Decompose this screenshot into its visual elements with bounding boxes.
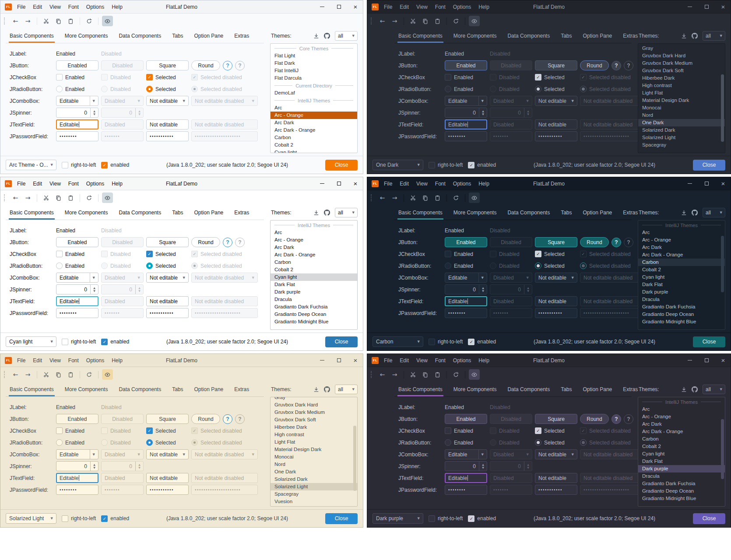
theme-item-carbon[interactable]: Carbon — [638, 435, 725, 443]
copy-icon[interactable] — [420, 369, 431, 380]
theme-item-arc-orange[interactable]: Arc - Orange — [271, 236, 357, 244]
scrollbar-thumb[interactable] — [721, 419, 724, 479]
theme-item-material-design-dark[interactable]: Material Design Dark — [271, 446, 357, 453]
download-icon[interactable] — [681, 387, 687, 392]
theme-item-hiberbee-dark[interactable]: Hiberbee Dark — [638, 74, 725, 82]
jbutton-round[interactable]: Round — [580, 237, 609, 247]
jcheckbox-selected[interactable]: ✓Selected — [535, 426, 577, 436]
close-window-button[interactable]: × — [720, 4, 726, 10]
theme-item-solarized-dark[interactable]: Solarized Dark — [638, 126, 725, 134]
theme-item-solarized-light[interactable]: Solarized Light — [271, 483, 357, 490]
jcheckbox-selected[interactable]: ✓Selected — [146, 426, 189, 436]
theme-filter-select[interactable]: all▼ — [703, 208, 725, 217]
back-icon[interactable]: ← — [377, 16, 388, 26]
tab-data-components[interactable]: Data Components — [507, 210, 550, 220]
jpasswordfield[interactable]: ••••••••••• — [146, 485, 189, 495]
jbutton-round[interactable]: Round — [191, 60, 220, 70]
jradiobutton-enabled[interactable]: Enabled — [445, 261, 487, 271]
help-button[interactable]: ? — [223, 61, 232, 70]
menu-file[interactable]: File — [17, 357, 25, 364]
theme-filter-select[interactable]: all▼ — [703, 385, 725, 394]
theme-item-light-flat[interactable]: Light Flat — [638, 89, 725, 97]
maximize-button[interactable] — [336, 181, 342, 187]
menu-view[interactable]: View — [416, 4, 428, 10]
jcombobox-not-editable[interactable]: Not editable▼ — [535, 273, 577, 283]
close-button[interactable]: Close — [693, 513, 725, 524]
theme-item-one-dark[interactable]: One Dark — [271, 468, 357, 476]
menu-font[interactable]: Font — [68, 4, 79, 10]
spinner-arrows-icon[interactable]: ▲▼ — [479, 462, 487, 471]
show-icon[interactable] — [102, 369, 113, 380]
menu-options[interactable]: Options — [453, 181, 471, 187]
theme-item-gruvbox-dark-soft[interactable]: Gruvbox Dark Soft — [271, 416, 357, 424]
tab-tabs[interactable]: Tabs — [561, 33, 572, 43]
back-icon[interactable]: ← — [377, 369, 388, 380]
theme-item-spacegray[interactable]: Spacegray — [638, 141, 725, 149]
spinner-arrows-icon[interactable]: ▲▼ — [479, 108, 487, 117]
tab-option-pane[interactable]: Option Pane — [194, 33, 224, 43]
tab-option-pane[interactable]: Option Pane — [583, 33, 612, 43]
jradiobutton-enabled[interactable]: Enabled — [56, 438, 98, 448]
menu-font[interactable]: Font — [435, 357, 446, 364]
jcheckbox-enabled[interactable]: Enabled — [445, 249, 487, 259]
theme-item-dark-flat[interactable]: Dark Flat — [638, 281, 725, 288]
theme-item-gradianto-dark-fuchsia[interactable]: Gradianto Dark Fuchsia — [638, 303, 725, 311]
paste-icon[interactable] — [65, 192, 76, 203]
themes-list[interactable]: IntelliJ ThemesArcArc - OrangeArc DarkAr… — [638, 220, 725, 330]
jtextfield-editable[interactable]: Editable — [56, 473, 98, 483]
jradiobutton-selected[interactable]: Selected — [146, 84, 189, 94]
maximize-button[interactable] — [336, 357, 342, 364]
tab-more-components[interactable]: More Components — [453, 210, 497, 220]
forward-icon[interactable]: → — [389, 16, 400, 26]
menu-options[interactable]: Options — [86, 4, 104, 10]
theme-item-high-contrast[interactable]: High contrast — [271, 431, 357, 438]
jtextfield-editable[interactable]: Editable — [56, 119, 98, 130]
maximize-button[interactable] — [703, 357, 710, 364]
rtl-checkbox[interactable]: right-to-left — [429, 515, 463, 522]
cut-icon[interactable] — [408, 192, 418, 203]
tab-extras[interactable]: Extras — [234, 210, 249, 220]
refresh-icon[interactable] — [450, 369, 461, 380]
menu-options[interactable]: Options — [453, 357, 471, 364]
jpasswordfield[interactable]: ••••••••••• — [535, 485, 577, 495]
jcombobox-editable[interactable]: Editable▼ — [445, 96, 487, 106]
theme-item-arc-dark[interactable]: Arc Dark — [638, 420, 725, 428]
menu-view[interactable]: View — [49, 357, 61, 364]
spinner-arrows-icon[interactable]: ▲▼ — [90, 462, 98, 471]
theme-item-gradianto-deep-ocean[interactable]: Gradianto Deep Ocean — [638, 487, 725, 495]
theme-item-hiberbee-dark[interactable]: Hiberbee Dark — [271, 424, 357, 431]
theme-item-arc-dark-orange[interactable]: Arc Dark - Orange — [638, 428, 725, 435]
tab-tabs[interactable]: Tabs — [172, 210, 183, 220]
jtextfield-editable[interactable]: Editable — [445, 119, 487, 130]
jcombobox-not-editable[interactable]: Not editable▼ — [146, 449, 189, 459]
tab-extras[interactable]: Extras — [234, 386, 249, 396]
theme-item-carbon[interactable]: Carbon — [271, 134, 357, 141]
back-icon[interactable]: ← — [10, 369, 21, 380]
theme-item-dracula[interactable]: Dracula — [638, 296, 725, 303]
theme-item-dracula[interactable]: Dracula — [638, 472, 725, 480]
theme-item-monocai[interactable]: Monocai — [271, 453, 357, 461]
cut-icon[interactable] — [408, 369, 418, 380]
tab-basic-components[interactable]: Basic Components — [10, 386, 54, 396]
jcheckbox-enabled[interactable]: Enabled — [56, 249, 98, 259]
tab-data-components[interactable]: Data Components — [119, 210, 161, 220]
tab-more-components[interactable]: More Components — [453, 33, 497, 43]
enabled-checkbox[interactable]: ✓enabled — [468, 339, 496, 345]
tab-data-components[interactable]: Data Components — [507, 33, 550, 43]
jtextfield-not-editable[interactable]: Not editable — [535, 119, 577, 130]
toolbar-grip[interactable] — [371, 194, 373, 201]
theme-item-dark-flat[interactable]: Dark Flat — [638, 458, 725, 465]
tab-more-components[interactable]: More Components — [65, 210, 108, 220]
menu-options[interactable]: Options — [86, 357, 104, 364]
theme-combobox[interactable]: One Dark▼ — [373, 160, 423, 170]
theme-filter-select[interactable]: all▼ — [335, 31, 358, 41]
theme-item-arc[interactable]: Arc — [271, 229, 357, 236]
theme-combobox[interactable]: Solarized Light▼ — [6, 513, 56, 524]
theme-item-arc-dark-orange[interactable]: Arc Dark - Orange — [638, 251, 725, 259]
menu-options[interactable]: Options — [86, 181, 104, 187]
theme-item-gray[interactable]: Gray — [271, 397, 357, 401]
theme-item-carbon[interactable]: Carbon — [638, 259, 725, 266]
menu-help[interactable]: Help — [112, 181, 123, 187]
refresh-icon[interactable] — [450, 192, 461, 203]
theme-item-arc-orange[interactable]: Arc - Orange — [638, 413, 725, 420]
